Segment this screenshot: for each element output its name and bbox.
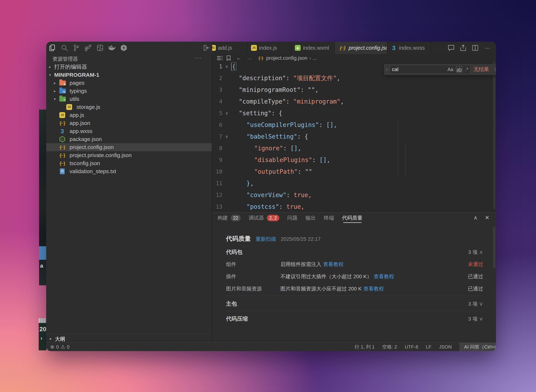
code-line-10[interactable]: 10"outputPath": "": [212, 166, 496, 177]
tree-item-typings[interactable]: ▸typings: [46, 87, 212, 95]
tree-item-project.private.config.json[interactable]: project.private.config.json: [46, 151, 212, 159]
code-line-4[interactable]: 4"compileType": "miniprogram",: [212, 96, 496, 107]
tree-item-打开的编辑器[interactable]: ▸打开的编辑器: [46, 63, 212, 71]
npm-icon: [58, 136, 66, 142]
tree-item-package.json[interactable]: package.json: [46, 135, 212, 143]
tree-item-MINIPROGRAM-1[interactable]: ▾MINIPROGRAM-1: [46, 71, 212, 79]
search-icon[interactable]: [61, 44, 68, 52]
tree-item-utils[interactable]: ▾utils: [46, 95, 212, 103]
breadcrumb-file-name: project.config.json: [266, 55, 307, 61]
tree-item-validation_steps.txt[interactable]: validation_steps.txt: [46, 167, 212, 175]
more-icon[interactable]: ···: [484, 44, 491, 51]
panel-tab-代码质量[interactable]: 代码质量: [342, 213, 363, 223]
fold-chevron-icon[interactable]: ∨: [223, 61, 230, 72]
section-title: 主包: [226, 300, 237, 308]
status-item[interactable]: UTF-8: [405, 344, 418, 350]
sidebar-more-icon[interactable]: ···: [195, 54, 202, 61]
code-line-12[interactable]: 12"coverView": true,: [212, 189, 496, 201]
split-editor-icon[interactable]: [471, 44, 479, 51]
tab-label: add.js: [218, 45, 232, 51]
panel-maximize-icon[interactable]: ∧: [474, 215, 478, 221]
panel-tab-输出[interactable]: 输出: [306, 213, 316, 223]
code-line-7[interactable]: 7∨"babelSetting": {: [212, 131, 496, 142]
section-count[interactable]: 3 项 ∨: [468, 315, 483, 322]
tree-item-app.wxss[interactable]: app.wxss: [46, 127, 212, 135]
panel-tab-调试器[interactable]: 调试器2, 2: [249, 213, 279, 223]
match-case-icon[interactable]: Aa: [448, 67, 453, 72]
code-editor[interactable]: 1∨{2"description": "项目配置文件",3"miniprogra…: [212, 61, 496, 213]
code-line-9[interactable]: 9"disablePlugins": [],: [212, 154, 496, 166]
tree-item-project.config.json[interactable]: project.config.json: [46, 143, 212, 151]
token: true,: [286, 203, 305, 210]
export-icon[interactable]: [459, 44, 467, 51]
status-item[interactable]: LF: [426, 344, 431, 350]
panel-tab-问题[interactable]: 问题: [287, 213, 298, 223]
panel-tab-终端[interactable]: 终端: [324, 213, 334, 223]
token: },: [246, 180, 254, 187]
code-line-11[interactable]: 11},: [212, 177, 496, 189]
section-主包[interactable]: 主包3 项 ∨: [226, 297, 483, 309]
fold-chevron-icon[interactable]: ∨: [223, 107, 230, 119]
toggle-replace-icon[interactable]: ›: [384, 67, 390, 72]
chevron-right-icon: ▸: [54, 89, 56, 93]
panel-tab-badge: 22: [231, 215, 241, 221]
tab-add.js[interactable]: add.js: [212, 42, 247, 54]
ai-chat-status-item[interactable]: AI 问答（Ctrl+I）: [459, 343, 496, 351]
tree-item-app.js[interactable]: app.js: [46, 111, 212, 119]
chevron-down-icon: ▾: [54, 97, 56, 101]
panel-tab-构建[interactable]: 构建22: [218, 213, 241, 223]
token: true,: [294, 191, 312, 199]
view-tutorial-link[interactable]: 查看教程: [364, 286, 384, 292]
line-number: 3: [212, 84, 222, 96]
code-line-6[interactable]: 6"useCompilerPlugins": [],: [212, 119, 496, 131]
token: "": [305, 168, 312, 175]
regex-icon[interactable]: .*: [465, 67, 468, 72]
code-line-3[interactable]: 3"miniprogramRoot": "",: [212, 84, 496, 96]
source-control-icon[interactable]: [73, 44, 80, 52]
tab-index.js[interactable]: index.js: [247, 42, 291, 54]
panel-close-icon[interactable]: ✕: [485, 215, 490, 221]
section-count[interactable]: 3 项 ∨: [468, 300, 483, 308]
collapse-sidebar-icon[interactable]: [203, 44, 211, 51]
panel-scrollbar[interactable]: [493, 227, 495, 269]
outline-section[interactable]: ▸ 大纲: [46, 334, 212, 343]
save-all-icon[interactable]: [96, 44, 104, 52]
editor-scrollbar[interactable]: [493, 61, 495, 209]
view-tutorial-link[interactable]: 查看教程: [323, 261, 344, 267]
tree-item-label: utils: [69, 96, 79, 102]
tab-index.wxss[interactable]: index.wxss: [387, 42, 431, 54]
tab-index.wxml[interactable]: index.wxml: [291, 42, 335, 54]
code-line-8[interactable]: 8"ignore": [],: [212, 142, 496, 154]
tree-item-app.json[interactable]: app.json: [46, 119, 212, 127]
tree-item-tsconfig.json[interactable]: tsconfig.json: [46, 159, 212, 167]
token: "": [308, 86, 315, 93]
view-tutorial-link[interactable]: 查看教程: [374, 274, 394, 279]
find-previous-icon[interactable]: ↑: [494, 66, 496, 73]
section-代码包[interactable]: 代码包3 项 ∧: [226, 246, 483, 257]
extensions-icon[interactable]: [84, 44, 92, 52]
tab-project.config.json[interactable]: project.config.json✕: [335, 42, 387, 54]
code-line-5[interactable]: 5∨"setting": {: [212, 107, 496, 119]
whole-word-icon[interactable]: ab: [456, 66, 463, 73]
comment-icon[interactable]: [448, 44, 455, 51]
tree-item-pages[interactable]: ▸pages: [46, 79, 212, 87]
docker-icon[interactable]: [108, 44, 116, 52]
section-count[interactable]: 3 项 ∧: [468, 249, 483, 256]
status-item[interactable]: 空格: 2: [382, 344, 397, 350]
fold-chevron-icon[interactable]: ∨: [223, 131, 230, 142]
status-item[interactable]: 行 1, 列 1: [355, 344, 375, 350]
rescan-link[interactable]: 重新扫描: [256, 236, 276, 243]
files-icon[interactable]: [49, 44, 56, 52]
section-代码压缩[interactable]: 代码压缩3 项 ∨: [226, 312, 483, 324]
breadcrumb-more[interactable]: ...: [313, 55, 317, 61]
tree-item-storage.js[interactable]: storage.js: [46, 103, 212, 111]
problems-summary[interactable]: ⊗ 0 ⚠ 0: [50, 344, 69, 350]
panel-title: 代码质量: [226, 234, 251, 243]
find-input[interactable]: cal Aa ab .*: [390, 65, 470, 74]
breadcrumb-file[interactable]: project.config.json: [257, 55, 307, 61]
ai-plugin-icon[interactable]: [120, 44, 128, 52]
code-line-13[interactable]: 13"postcss": true,: [212, 201, 496, 213]
status-item[interactable]: JSON: [439, 344, 452, 350]
code-line-text: "useCompilerPlugins": [],: [246, 119, 337, 131]
folder-utils-icon: [59, 97, 66, 102]
